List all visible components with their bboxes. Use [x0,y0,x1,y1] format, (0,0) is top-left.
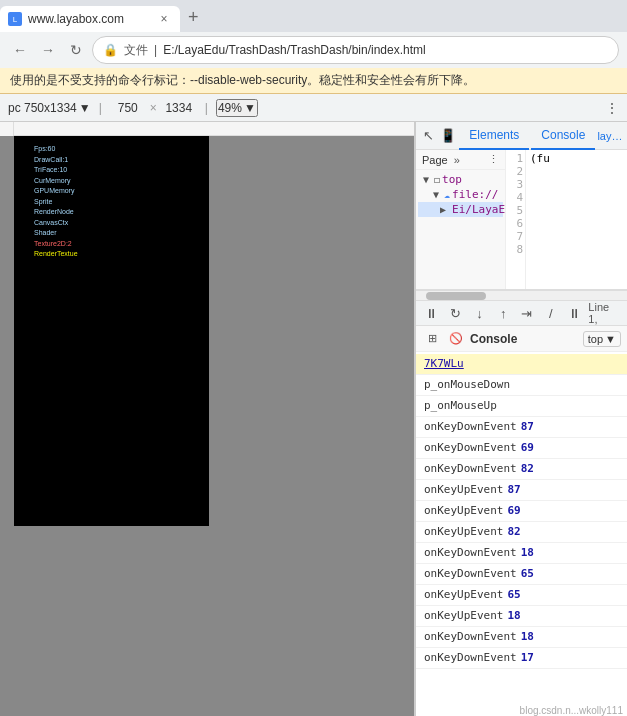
tree-item-file[interactable]: ▼ ☁ file:// [418,187,503,202]
code-area[interactable]: (fu [526,150,627,289]
tab-title: www.layabox.com [28,12,150,26]
panel-tab-page[interactable]: Page [422,154,448,166]
device-mode-button[interactable]: 📱 [440,124,458,148]
console-event-keyup87: onKeyUpEvent [424,481,503,499]
console-filter-button[interactable]: 🚫 [446,329,466,349]
console-num-18b: 18 [507,607,520,625]
new-tab-button[interactable]: + [184,3,203,32]
width-input[interactable] [110,101,146,115]
line-numbers: 1 2 3 4 5 6 7 8 [506,150,526,289]
console-event-keydown82: onKeyDownEvent [424,460,517,478]
console-event-keydown18a: onKeyDownEvent [424,544,517,562]
overlay-sprite: Sprite [34,197,101,208]
console-event-keyup65: onKeyUpEvent [424,586,503,604]
pause-button[interactable]: ⏸ [422,303,442,323]
console-dropdown-arrow: ▼ [605,333,616,345]
step-out-button[interactable]: ↑ [493,303,513,323]
step-button[interactable]: ⇥ [517,303,537,323]
inspect-element-button[interactable]: ↖ [420,124,438,148]
overlay-curmemory: CurMemory [34,176,101,187]
console-num-17: 17 [521,649,534,667]
device-separator: | [99,101,102,115]
preview-content: Fps:60 DrawCall:1 TriFace:10 CurMemory G… [0,136,414,716]
overlay-canvasctx: CanvasCtx [34,218,101,229]
console-line-keydown65: onKeyDownEvent 65 [416,564,627,585]
console-event-keydown65: onKeyDownEvent [424,565,517,583]
code-preview: (fu [530,152,550,165]
console-event-mouseup: p_onMouseUp [424,397,497,415]
back-button[interactable]: ← [8,38,32,62]
overlay-texture2d: Texture2D:2 [34,239,101,250]
tree-label-path: Ei/LayaEdu/Tra [452,203,505,216]
game-frame: Fps:60 DrawCall:1 TriFace:10 CurMemory G… [14,136,209,526]
console-output-wrapper: 7K7WLu p_onMouseDown p_onMouseUp onKeyDo… [416,352,627,716]
console-expand-button[interactable]: ⊞ [422,329,442,349]
console-event-keyup82: onKeyUpEvent [424,523,503,541]
console-event-keydown17: onKeyDownEvent [424,649,517,667]
console-line-mousdown: p_onMouseDown [416,375,627,396]
scrollbar-thumb[interactable] [426,292,486,300]
browser-tab[interactable]: L www.layabox.com × [0,6,180,32]
more-button[interactable]: ⋮ [605,100,619,116]
console-line-keydown82: onKeyDownEvent 82 [416,459,627,480]
refresh-button[interactable]: ↻ [64,38,88,62]
overlay-rendernode: RenderNode [34,207,101,218]
address-url: E:/LayaEdu/TrashDash/TrashDash/bin/index… [163,43,426,57]
address-separator: | [154,43,157,57]
console-context-label: top [588,333,603,345]
laya-label: laya.co [597,130,623,142]
address-bar[interactable]: 🔒 文件 | E:/LayaEdu/TrashDash/TrashDash/bi… [92,36,619,64]
console-section: ⊞ 🚫 Console top ▼ 7K7WLu p_onMouseDown [416,326,627,716]
overlay-drawcall: DrawCall:1 [34,155,101,166]
address-bar-row: ← → ↻ 🔒 文件 | E:/LayaEdu/TrashDash/TrashD… [0,32,627,68]
line-7: 7 [508,230,523,243]
device-selector[interactable]: pc 750x1334 ▼ [8,101,91,115]
console-context-dropdown[interactable]: top ▼ [583,331,621,347]
console-link-7k7wlu[interactable]: 7K7WLu [424,355,464,373]
console-line-keydown18a: onKeyDownEvent 18 [416,543,627,564]
warning-bar: 使用的是不受支持的命令行标记：--disable-web-security。稳定… [0,68,627,94]
tree-item-path[interactable]: ▶ Ei/LayaEdu/Tra [418,202,503,217]
step-over-button[interactable]: ↻ [446,303,466,323]
tab-close-button[interactable]: × [156,11,172,27]
device-bar: pc 750x1334 ▼ | × | 49% ▼ ⋮ [0,94,627,122]
height-input[interactable] [161,101,197,115]
warning-text: 使用的是不受支持的命令行标记：--disable-web-security。稳定… [10,73,475,87]
tree-label-top: top [442,173,462,186]
tree-item-top[interactable]: ▼ ☐ top [418,172,503,187]
pause-on-exception-button[interactable]: ⏸ [565,303,585,323]
line-info: Line 1, [588,301,621,325]
tab-elements[interactable]: Elements [459,122,529,150]
size-x: × [150,101,157,115]
console-num-69b: 69 [507,502,520,520]
zoom-dropdown-icon: ▼ [244,101,256,115]
overlay-rendertexture: RenderTextue [34,249,101,260]
file-icon: ☁ [444,189,450,200]
console-output: 7K7WLu p_onMouseDown p_onMouseUp onKeyDo… [416,352,627,716]
console-event-keydown87: onKeyDownEvent [424,418,517,436]
top-icon: ☐ [434,174,440,185]
line-6: 6 [508,217,523,230]
console-num-69a: 69 [521,439,534,457]
console-line-mouseup: p_onMouseUp [416,396,627,417]
console-num-18a: 18 [521,544,534,562]
console-event-keyup69: onKeyUpEvent [424,502,503,520]
line-3: 3 [508,178,523,191]
forward-button[interactable]: → [36,38,60,62]
overlay-fps: Fps:60 [34,144,101,155]
panel-tab-more[interactable]: » [454,154,460,166]
step-into-button[interactable]: ↓ [470,303,490,323]
console-line-keyup18a: onKeyUpEvent 18 [416,606,627,627]
tree-arrow-top: ▼ [420,174,432,185]
size-separator: | [205,101,208,115]
game-overlay: Fps:60 DrawCall:1 TriFace:10 CurMemory G… [30,140,105,264]
console-line-keydown17: onKeyDownEvent 17 [416,648,627,669]
scrollbar-track[interactable] [416,290,627,300]
tab-console[interactable]: Console [531,122,595,150]
panel-options-icon[interactable]: ⋮ [488,153,499,166]
zoom-selector[interactable]: 49% ▼ [216,99,258,117]
deactivate-button[interactable]: / [541,303,561,323]
device-dropdown-icon: ▼ [79,101,91,115]
ruler-horizontal [14,122,414,135]
console-watermark: blog.csdn.n...wkolly111 [520,705,623,716]
